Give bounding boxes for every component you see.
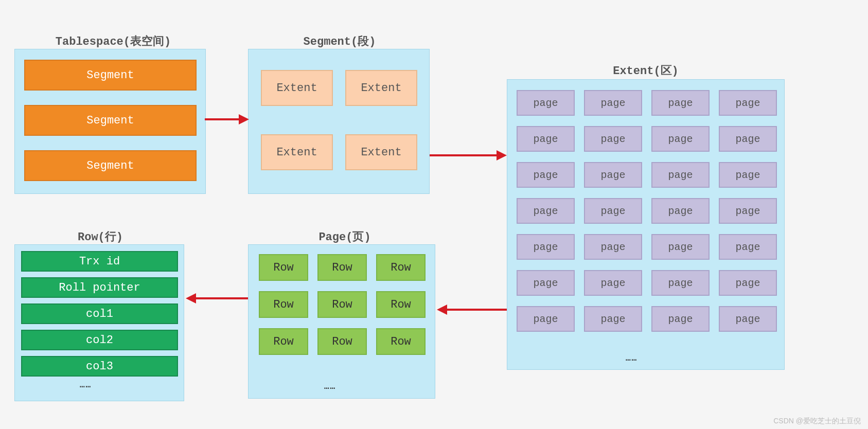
extent-ellipsis: ……: [626, 354, 637, 363]
extent-page: page: [651, 306, 710, 332]
extent-page: page: [651, 234, 710, 260]
arrow-extent-to-page: [435, 303, 509, 319]
extent-page: page: [651, 90, 710, 116]
extent-page: page: [719, 198, 777, 224]
row-title: Row(行): [62, 229, 139, 244]
extent-box: pagepagepagepagepagepagepagepagepagepage…: [507, 79, 785, 370]
row-item: col1: [21, 303, 178, 324]
arrow-tablespace-to-segment: [205, 113, 251, 129]
row-item: col2: [21, 330, 178, 350]
extent-page: page: [517, 270, 575, 296]
svg-marker-5: [437, 305, 447, 315]
extent-page: page: [719, 126, 777, 152]
segment-title: Segment(段): [288, 33, 391, 49]
page-row: Row: [376, 291, 426, 318]
segment-extent: Extent: [345, 134, 417, 170]
extent-page: page: [719, 162, 777, 188]
tablespace-segment: Segment: [24, 105, 197, 136]
page-title: Page(页): [306, 229, 383, 244]
extent-page: page: [719, 90, 777, 116]
extent-page: page: [584, 306, 642, 332]
extent-page: page: [719, 306, 777, 332]
segment-extent: Extent: [345, 70, 417, 106]
extent-page: page: [584, 90, 642, 116]
watermark: CSDN @爱吃芝士的土豆倪: [773, 417, 861, 426]
page-row: Row: [376, 328, 426, 355]
extent-page: page: [584, 126, 642, 152]
extent-page: page: [517, 198, 575, 224]
extent-page: page: [584, 270, 642, 296]
segment-extent: Extent: [261, 70, 333, 106]
extent-page: page: [584, 162, 642, 188]
extent-page: page: [517, 234, 575, 260]
extent-page: page: [651, 126, 710, 152]
page-box: RowRowRowRowRowRowRowRowRow: [248, 244, 435, 399]
row-ellipsis: ……: [80, 381, 92, 390]
segment-box: Extent Extent Extent Extent: [248, 49, 430, 194]
row-item: Trx id: [21, 251, 178, 272]
row-item: Roll pointer: [21, 277, 178, 298]
extent-title: Extent(区): [594, 63, 697, 78]
tablespace-segment: Segment: [24, 60, 197, 91]
page-row: Row: [259, 254, 308, 281]
page-row: Row: [317, 254, 367, 281]
svg-marker-7: [186, 293, 196, 303]
svg-marker-1: [239, 114, 249, 124]
row-item: col3: [21, 356, 178, 377]
page-row: Row: [317, 328, 367, 355]
extent-page: page: [651, 162, 710, 188]
page-row: Row: [259, 291, 308, 318]
page-ellipsis: ……: [324, 382, 336, 391]
extent-page: page: [584, 198, 642, 224]
extent-page: page: [651, 270, 710, 296]
page-row: Row: [317, 291, 367, 318]
tablespace-title: Tablespace(表空间): [51, 33, 175, 49]
page-row: Row: [259, 328, 308, 355]
svg-marker-3: [497, 150, 507, 160]
extent-page: page: [651, 198, 710, 224]
extent-page: page: [719, 234, 777, 260]
extent-page: page: [517, 162, 575, 188]
extent-page: page: [584, 234, 642, 260]
tablespace-segment: Segment: [24, 150, 197, 181]
arrow-segment-to-extent: [430, 149, 509, 165]
extent-page: page: [517, 90, 575, 116]
extent-page: page: [719, 270, 777, 296]
page-row: Row: [376, 254, 426, 281]
arrow-page-to-row: [184, 292, 251, 308]
segment-extent: Extent: [261, 134, 333, 170]
tablespace-box: Segment Segment Segment: [14, 49, 206, 194]
extent-page: page: [517, 306, 575, 332]
row-box: Trx id Roll pointer col1 col2 col3: [14, 244, 184, 401]
extent-page: page: [517, 126, 575, 152]
